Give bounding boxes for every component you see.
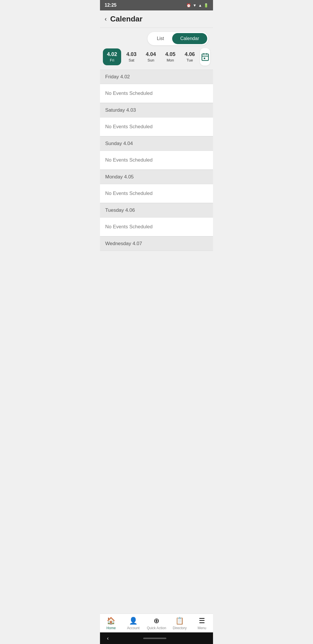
section-header-tue: Tuesday 4.06 xyxy=(100,203,213,218)
day-num-fri402: 4.02 xyxy=(107,51,117,57)
day-name-tue406: Tue xyxy=(187,58,193,62)
calendar-view-button[interactable]: Calendar xyxy=(172,33,207,44)
section-header-label-sun: Sunday 4.04 xyxy=(105,141,133,146)
toggle-container: List Calendar xyxy=(148,32,208,45)
section-header-sun: Sunday 4.04 xyxy=(100,136,213,151)
no-events-label-tue: No Events Scheduled xyxy=(105,224,153,229)
list-view-button[interactable]: List xyxy=(149,33,172,44)
calendar-picker-button[interactable] xyxy=(200,48,210,66)
wifi-icon: ▼ xyxy=(193,3,196,8)
section-header-label-fri: Friday 4.02 xyxy=(105,74,130,79)
section-body-fri: No Events Scheduled xyxy=(100,84,213,103)
calendar-icon xyxy=(201,53,210,61)
day-num-mon405: 4.05 xyxy=(165,51,175,57)
day-num-sun404: 4.04 xyxy=(146,51,156,57)
view-toggle: List Calendar xyxy=(100,28,213,48)
day-name-mon405: Mon xyxy=(167,58,174,62)
calendar-content: Friday 4.02No Events ScheduledSaturday 4… xyxy=(100,70,213,289)
section-body-sat: No Events Scheduled xyxy=(100,117,213,136)
section-header-sat: Saturday 4.03 xyxy=(100,103,213,117)
alarm-icon: ⏰ xyxy=(186,3,191,8)
signal-icon: ▲ xyxy=(198,3,202,8)
day-sat403[interactable]: 4.03 Sat xyxy=(122,48,141,65)
section-header-wed: Wednesday 4.07 xyxy=(100,236,213,251)
section-header-fri: Friday 4.02 xyxy=(100,70,213,84)
status-time: 12:25 xyxy=(105,3,117,8)
day-selector: 4.02 Fri 4.03 Sat 4.04 Sun 4.05 Mon 4.06… xyxy=(100,48,213,70)
no-events-label-sun: No Events Scheduled xyxy=(105,157,153,163)
section-header-label-wed: Wednesday 4.07 xyxy=(105,241,142,246)
section-body-sun: No Events Scheduled xyxy=(100,151,213,170)
day-sun404[interactable]: 4.04 Sun xyxy=(142,48,160,65)
section-header-mon: Monday 4.05 xyxy=(100,170,213,184)
section-body-tue: No Events Scheduled xyxy=(100,218,213,236)
day-num-sat403: 4.03 xyxy=(126,51,137,57)
day-name-sun404: Sun xyxy=(148,58,154,62)
day-fri402[interactable]: 4.02 Fri xyxy=(103,48,121,65)
day-tue406[interactable]: 4.06 Tue xyxy=(181,48,199,65)
day-mon405[interactable]: 4.05 Mon xyxy=(161,48,179,65)
day-name-sat403: Sat xyxy=(129,58,134,62)
page-title: Calendar xyxy=(110,15,142,23)
svg-rect-4 xyxy=(204,58,205,59)
header: ‹ Calendar xyxy=(100,10,213,28)
no-events-label-sat: No Events Scheduled xyxy=(105,124,153,129)
section-header-label-mon: Monday 4.05 xyxy=(105,174,134,180)
section-body-mon: No Events Scheduled xyxy=(100,184,213,203)
no-events-label-fri: No Events Scheduled xyxy=(105,91,153,96)
section-header-label-sat: Saturday 4.03 xyxy=(105,107,136,113)
svg-rect-0 xyxy=(202,54,208,61)
section-header-label-tue: Tuesday 4.06 xyxy=(105,207,135,213)
status-bar: 12:25 ⏰ ▼ ▲ 🔋 xyxy=(100,0,213,10)
day-num-tue406: 4.06 xyxy=(185,51,195,57)
back-button[interactable]: ‹ xyxy=(105,15,107,23)
battery-icon: 🔋 xyxy=(204,3,208,8)
day-name-fri402: Fri xyxy=(110,58,114,62)
no-events-label-mon: No Events Scheduled xyxy=(105,191,153,196)
status-icons: ⏰ ▼ ▲ 🔋 xyxy=(186,3,208,8)
